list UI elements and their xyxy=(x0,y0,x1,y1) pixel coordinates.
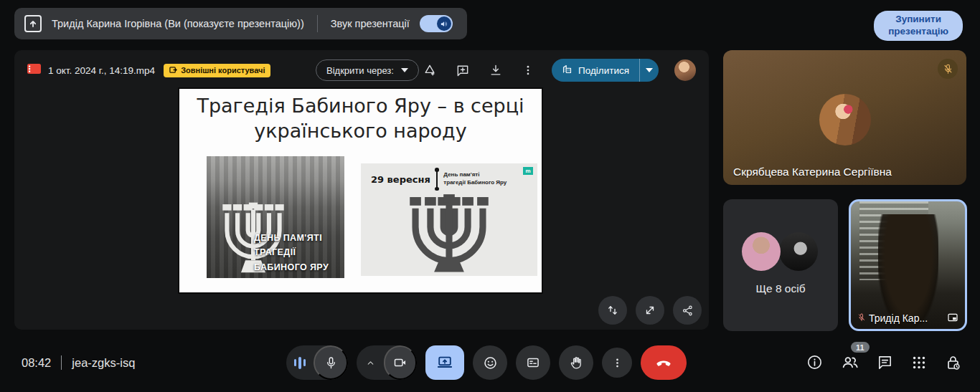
file-name: 1 окт. 2024 г., 14:19.mp4 xyxy=(48,65,155,76)
stop-presentation-button[interactable]: Зупинити презентацію xyxy=(874,11,963,41)
mic-button[interactable] xyxy=(314,345,348,380)
present-screen-button[interactable] xyxy=(425,345,464,380)
share-options-caret[interactable] xyxy=(640,59,659,82)
chevron-down-icon xyxy=(646,68,653,72)
more-options-icon[interactable] xyxy=(520,62,536,78)
memorial-day-poster: 29 вересня День пам'яті трагедії Бабиног… xyxy=(361,163,537,276)
meeting-meta: 08:42 jea-zgks-isq xyxy=(22,355,135,370)
presenter-title: Тридід Карина Ігорівна (Ви (показуєте пр… xyxy=(52,18,304,29)
presenting-banner: Тридід Карина Ігорівна (Ви (показуєте пр… xyxy=(14,8,467,39)
share-button-group: Поділитися xyxy=(552,59,659,82)
end-call-button[interactable] xyxy=(641,345,687,380)
share-icon[interactable] xyxy=(673,296,702,325)
add-comment-icon[interactable] xyxy=(454,62,471,79)
raise-hand-button[interactable] xyxy=(559,345,593,380)
poster-date: 29 вересня xyxy=(371,174,430,185)
more-participants-tile[interactable]: Ще 8 осіб xyxy=(723,199,838,331)
mic-control xyxy=(286,345,348,380)
info-icon[interactable] xyxy=(806,354,823,371)
avatar xyxy=(819,94,871,145)
subtitle-line: трагедії Бабиного Яру xyxy=(443,179,507,187)
presentation-sound-label: Звук презентації xyxy=(331,18,410,29)
download-icon[interactable] xyxy=(487,62,504,79)
video-file-icon xyxy=(27,64,41,77)
logo-letter: m xyxy=(523,167,533,175)
captions-button[interactable] xyxy=(516,345,550,380)
viewer-toolbar: Поділитися xyxy=(421,59,696,82)
memory-institute-logo: m xyxy=(523,167,533,175)
subtitle-line: День пам'яті xyxy=(443,171,507,179)
caption-line: БАБИНОГО ЯРУ xyxy=(254,260,329,274)
external-users-badge: Зовнішні користувачі xyxy=(164,64,270,77)
chevron-down-icon xyxy=(401,68,408,72)
call-controls xyxy=(286,345,687,380)
babyn-yar-photo-poster: ДЕНЬ ПАМ'ЯТІ ТРАГЕДІЇ БАБИНОГО ЯРУ xyxy=(207,156,344,278)
scroll-icon[interactable] xyxy=(598,296,627,325)
fullscreen-icon[interactable] xyxy=(636,296,664,325)
host-controls-lock-icon[interactable] xyxy=(945,354,962,371)
emoji-reactions-button[interactable] xyxy=(473,345,507,380)
share-label: Поділитися xyxy=(578,65,629,76)
meeting-code: jea-zgks-isq xyxy=(72,356,135,370)
open-with-label: Відкрити через: xyxy=(326,65,394,76)
add-to-drive-icon[interactable] xyxy=(421,62,438,79)
people-icon[interactable]: 11 xyxy=(841,353,859,371)
external-users-label: Зовнішні користувачі xyxy=(181,66,265,75)
participant-count-badge: 11 xyxy=(851,342,870,353)
account-avatar[interactable] xyxy=(674,59,696,81)
participant-tile-skryabtseva[interactable]: Скрябцева Катерина Сергіївна xyxy=(723,50,966,185)
self-name: Тридід Кар... xyxy=(869,312,928,324)
drive-viewer-header: 1 окт. 2024 г., 14:19.mp4 Зовнішні корис… xyxy=(14,50,709,90)
slide-title: Трагедія Бабиного Яру – в серці українсь… xyxy=(179,93,542,143)
presentation-slide: Трагедія Бабиного Яру – в серці українсь… xyxy=(178,87,543,294)
caption-line: ДЕНЬ ПАМ'ЯТІ xyxy=(254,231,329,245)
google-meet-window: Тридід Карина Ігорівна (Ви (показуєте пр… xyxy=(0,0,980,392)
camera-button[interactable] xyxy=(384,345,417,380)
poster-caption: ДЕНЬ ПАМ'ЯТІ ТРАГЕДІЇ БАБИНОГО ЯРУ xyxy=(254,231,329,274)
present-to-all-icon xyxy=(24,15,42,32)
caption-line: ТРАГЕДІЇ xyxy=(254,245,329,259)
picture-in-picture-icon[interactable] xyxy=(947,312,958,323)
chat-icon[interactable] xyxy=(877,354,893,371)
avatar xyxy=(779,232,818,271)
organization-icon xyxy=(562,64,573,77)
avatar xyxy=(742,232,781,271)
audio-level-icon[interactable] xyxy=(286,345,314,380)
divider xyxy=(436,169,438,189)
shared-presentation-panel: 1 окт. 2024 г., 14:19.mp4 Зовнішні корис… xyxy=(14,50,709,330)
self-video-tile[interactable]: Тридід Кар... xyxy=(849,199,967,331)
self-name-row: Тридід Кар... xyxy=(857,312,928,324)
participant-name: Скрябцева Катерина Сергіївна xyxy=(733,166,892,178)
mic-off-icon xyxy=(857,312,866,324)
divider xyxy=(317,15,318,32)
poster-subtitle: День пам'яті трагедії Бабиного Яру xyxy=(443,171,507,187)
poster-header: 29 вересня День пам'яті трагедії Бабиног… xyxy=(371,169,507,189)
chevron-up-icon[interactable] xyxy=(357,345,384,380)
external-users-icon xyxy=(169,66,177,75)
clock-time: 08:42 xyxy=(22,356,51,370)
viewer-floating-controls xyxy=(598,296,702,325)
stop-presentation-line1: Зупинити xyxy=(895,14,941,24)
share-button[interactable]: Поділитися xyxy=(552,59,639,82)
divider xyxy=(61,355,62,370)
video-person-silhouette xyxy=(878,214,938,329)
more-participants-label: Ще 8 осіб xyxy=(723,282,838,295)
presentation-sound-toggle[interactable] xyxy=(420,15,453,32)
stop-presentation-line2: презентацію xyxy=(888,26,948,37)
open-with-dropdown[interactable]: Відкрити через: xyxy=(316,59,419,81)
camera-control xyxy=(357,345,417,380)
menorah-icon xyxy=(392,188,507,274)
mic-off-icon xyxy=(938,59,958,79)
speaker-icon xyxy=(437,16,451,31)
activities-grid-icon[interactable] xyxy=(911,355,927,371)
meeting-panels-bar: 11 xyxy=(806,353,962,371)
more-options-button[interactable] xyxy=(602,348,632,378)
